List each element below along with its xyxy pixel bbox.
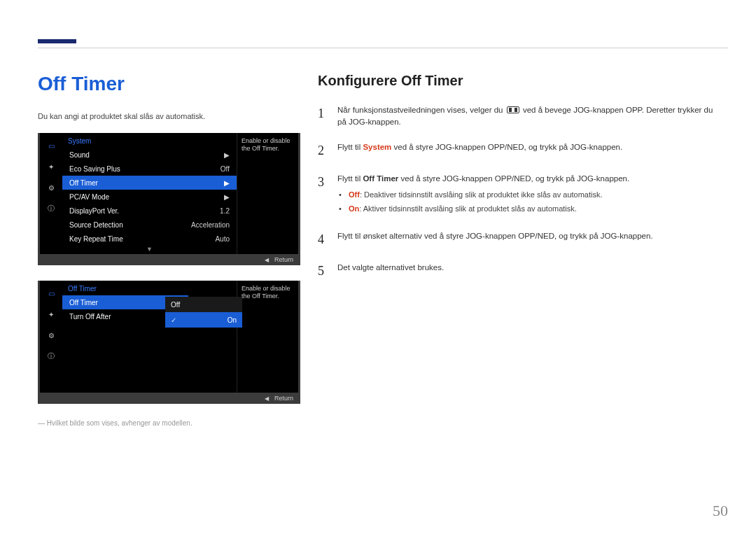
step-number: 4 (318, 230, 328, 249)
step-text: Flytt til Off Timer ved å styre JOG-knap… (337, 173, 629, 218)
return-label: Return (274, 256, 293, 263)
osd-menu-item: DisplayPort Ver.1.2 (62, 204, 237, 218)
step-text: Det valgte alternativet brukes. (337, 262, 444, 281)
osd-menu-item: PC/AV Mode▶ (62, 190, 237, 204)
header-rule (38, 48, 728, 48)
back-arrow-icon: ◀ (265, 395, 269, 402)
return-label: Return (274, 395, 293, 402)
osd-item-label: Eco Saving Plus (69, 165, 120, 173)
osd-menu-item: Key Repeat TimeAuto (62, 232, 237, 246)
step-1: 1 Når funksjonstastveiledningen vises, v… (318, 104, 724, 129)
bullet-dot: • (339, 189, 343, 201)
step-text: Når funksjonstastveiledningen vises, vel… (337, 104, 724, 129)
monitor-icon: ▭ (44, 139, 58, 153)
bullet-label-off: Off (349, 190, 360, 199)
bullet-text: : Aktiver tidsinnstilt avslåing slik at … (359, 204, 577, 213)
osd-main-panel: System Sound▶Eco Saving PlusOffOff Timer… (62, 133, 237, 254)
osd-item-label: PC/AV Mode (69, 193, 109, 201)
step-text-part: ved å styre JOG-knappen OPP/NED, og tryk… (401, 174, 630, 183)
osd-item-label: Off Timer (69, 299, 98, 307)
osd-item-value: ▶ (224, 193, 230, 201)
osd-item-label: Key Repeat Time (69, 235, 123, 243)
highlight-system: System (363, 143, 391, 151)
step-number: 1 (318, 104, 328, 129)
highlight-offtimer: Off Timer (363, 174, 398, 183)
menu-icon (507, 106, 519, 113)
osd-item-label: Sound (69, 151, 90, 159)
step-text-part: Når funksjonstastveiledningen vises, vel… (337, 106, 505, 114)
step-text-part: ved å styre JOG-knappen OPP/NED, og tryk… (394, 143, 623, 151)
step-3: 3 Flytt til Off Timer ved å styre JOG-kn… (318, 173, 724, 218)
osd-item-label: DisplayPort Ver. (69, 207, 119, 215)
osd-offtimer-menu: ▭ ✦ ⚙ ⓘ Off Timer Off TimerOffTurn Off A… (38, 281, 300, 404)
osd-side-icons: ▭ ✦ ⚙ ⓘ (40, 133, 62, 254)
gear-icon: ⚙ (44, 328, 58, 342)
osd-menu-item: Sound▶ (62, 148, 237, 162)
osd-option-label: Off (171, 301, 180, 309)
osd-item-value: Off (220, 165, 230, 173)
step-text: Flytt til ønsket alternativ ved å styre … (337, 230, 653, 249)
osd-item-value: Auto (215, 235, 230, 243)
bullet-on: • On: Aktiver tidsinnstilt avslåing slik… (339, 203, 629, 215)
step-5: 5 Det valgte alternativet brukes. (318, 262, 724, 281)
osd-system-menu: ▭ ✦ ⚙ ⓘ System Sound▶Eco Saving PlusOffO… (38, 133, 300, 265)
section-title: Konfigurere Off Timer (318, 73, 724, 89)
osd-footer: ◀ Return (38, 393, 300, 404)
left-column: Off Timer Du kan angi at produktet skal … (38, 73, 304, 427)
osd-footer: ◀ Return (38, 254, 300, 265)
page-number: 50 (713, 502, 728, 520)
osd-item-value: Acceleration (191, 221, 230, 229)
osd-menu-item: Eco Saving PlusOff (62, 162, 237, 176)
osd-item-label: Source Detection (69, 221, 123, 229)
header-accent (38, 39, 76, 43)
intro-text: Du kan angi at produktet skal slås av au… (38, 112, 304, 120)
step-number: 3 (318, 173, 328, 218)
step-text: Flytt til System ved å styre JOG-knappen… (337, 141, 622, 160)
osd-option: ✓On (165, 312, 242, 328)
bullet-dot: • (339, 203, 343, 215)
step-text-part: Flytt til (337, 143, 363, 151)
osd-item-label: Turn Off After (69, 313, 111, 321)
step-3-bullets: • Off: Deaktiver tidsinnstilt avslåing s… (339, 189, 629, 215)
scroll-down-icon: ▼ (62, 246, 237, 254)
osd-menu-item: Off Timer▶ (62, 176, 237, 190)
osd-description: Enable or disable the Off Timer. (237, 281, 298, 393)
info-icon: ⓘ (44, 202, 58, 216)
back-arrow-icon: ◀ (265, 257, 269, 263)
footnote: ― Hvilket bilde som vises, avhenger av m… (38, 419, 304, 427)
osd-description: Enable or disable the Off Timer. (237, 133, 298, 254)
osd-item-value: 1.2 (220, 207, 230, 215)
osd-menu-item: Source DetectionAcceleration (62, 218, 237, 232)
osd-dropdown: Off✓On (165, 297, 242, 328)
osd-item-value: ▶ (224, 179, 230, 187)
osd-side-icons: ▭ ✦ ⚙ ⓘ (40, 281, 62, 393)
picture-icon: ✦ (44, 160, 58, 174)
page-title: Off Timer (38, 73, 304, 95)
osd-item-label: Off Timer (69, 179, 98, 187)
check-icon: ✓ (171, 316, 176, 324)
osd-option: Off (165, 297, 242, 312)
gear-icon: ⚙ (44, 181, 58, 195)
monitor-icon: ▭ (44, 286, 58, 300)
info-icon: ⓘ (44, 349, 58, 363)
step-text-part: Flytt til (337, 174, 363, 183)
osd-item-value: ▶ (224, 151, 230, 159)
step-2: 2 Flytt til System ved å styre JOG-knapp… (318, 141, 724, 160)
osd-header: Off Timer (62, 281, 237, 295)
step-4: 4 Flytt til ønsket alternativ ved å styr… (318, 230, 724, 249)
bullet-label-on: On (349, 204, 359, 213)
step-number: 5 (318, 262, 328, 281)
right-column: Konfigurere Off Timer 1 Når funksjonstas… (318, 73, 724, 293)
step-number: 2 (318, 141, 328, 160)
bullet-off: • Off: Deaktiver tidsinnstilt avslåing s… (339, 189, 629, 201)
osd-header: System (62, 133, 237, 148)
bullet-text: : Deaktiver tidsinnstilt avslåing slik a… (360, 190, 603, 199)
osd-option-label: On (227, 316, 237, 324)
osd-main-panel: Off Timer Off TimerOffTurn Off After Off… (62, 281, 237, 393)
picture-icon: ✦ (44, 307, 58, 321)
